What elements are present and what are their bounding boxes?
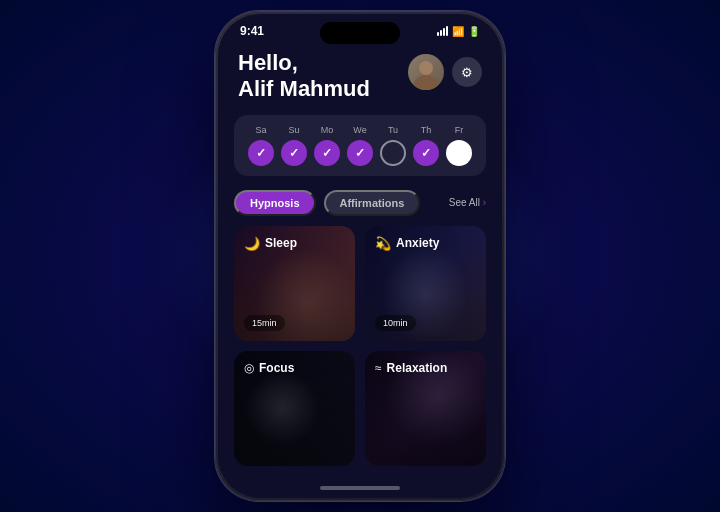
sleep-title: Sleep <box>265 236 297 250</box>
relaxation-icon: ≈ <box>375 361 382 375</box>
focus-icon: ◎ <box>244 361 254 375</box>
wifi-icon: 📶 <box>452 26 464 37</box>
check-icon-we: ✓ <box>355 146 365 160</box>
day-circle-su: ✓ <box>281 140 307 166</box>
relaxation-title: Relaxation <box>387 361 448 375</box>
days-tracker: Sa ✓ Su ✓ Mo ✓ <box>234 115 486 176</box>
card-relaxation[interactable]: ≈ Relaxation <box>365 351 486 466</box>
phone-screen: 9:41 📶 🔋 Hello, Alif Mahmud <box>218 14 502 498</box>
relaxation-title-row: ≈ Relaxation <box>375 361 476 375</box>
anxiety-title-row: 💫 Anxiety <box>375 236 476 251</box>
svg-point-0 <box>419 61 433 75</box>
day-item-tu[interactable]: Tu <box>380 125 406 166</box>
focus-title-row: ◎ Focus <box>244 361 345 375</box>
day-item-su[interactable]: Su ✓ <box>281 125 307 166</box>
day-circle-we: ✓ <box>347 140 373 166</box>
day-circle-fr <box>446 140 472 166</box>
day-label-sa: Sa <box>255 125 266 135</box>
sleep-title-row: 🌙 Sleep <box>244 236 345 251</box>
day-label-th: Th <box>421 125 432 135</box>
signal-icon <box>437 26 448 36</box>
day-label-fr: Fr <box>455 125 464 135</box>
day-circle-tu <box>380 140 406 166</box>
content-grid: 🌙 Sleep 15min 💫 Anxiety <box>218 226 502 466</box>
home-indicator <box>320 486 400 490</box>
status-time: 9:41 <box>240 24 264 38</box>
check-icon-mo: ✓ <box>322 146 332 160</box>
day-label-we: We <box>353 125 366 135</box>
day-circle-th: ✓ <box>413 140 439 166</box>
days-row: Sa ✓ Su ✓ Mo ✓ <box>248 125 472 166</box>
phone-frame: 9:41 📶 🔋 Hello, Alif Mahmud <box>215 11 505 501</box>
header-right: ⚙ <box>408 54 482 90</box>
sleep-duration: 15min <box>244 315 285 331</box>
tab-hypnosis[interactable]: Hypnosis <box>234 190 316 216</box>
check-icon-su: ✓ <box>289 146 299 160</box>
anxiety-icon: 💫 <box>375 236 391 251</box>
card-anxiety[interactable]: 💫 Anxiety 10min <box>365 226 486 341</box>
anxiety-title: Anxiety <box>396 236 439 250</box>
status-bar: 9:41 📶 🔋 <box>218 14 502 42</box>
anxiety-duration: 10min <box>375 315 416 331</box>
day-label-su: Su <box>288 125 299 135</box>
day-label-tu: Tu <box>388 125 398 135</box>
sleep-icon: 🌙 <box>244 236 260 251</box>
card-focus[interactable]: ◎ Focus <box>234 351 355 466</box>
gear-icon: ⚙ <box>461 65 473 80</box>
tab-affirmations[interactable]: Affirmations <box>324 190 421 216</box>
card-sleep[interactable]: 🌙 Sleep 15min <box>234 226 355 341</box>
settings-button[interactable]: ⚙ <box>452 57 482 87</box>
check-icon-sa: ✓ <box>256 146 266 160</box>
day-item-sa[interactable]: Sa ✓ <box>248 125 274 166</box>
svg-point-1 <box>414 75 438 90</box>
day-item-mo[interactable]: Mo ✓ <box>314 125 340 166</box>
see-all-arrow-icon: › <box>483 197 486 208</box>
focus-title: Focus <box>259 361 294 375</box>
sleep-card-content: 🌙 Sleep 15min <box>234 226 355 341</box>
status-icons: 📶 🔋 <box>437 26 480 37</box>
see-all-link[interactable]: See All › <box>449 197 486 208</box>
focus-card-content: ◎ Focus <box>234 351 355 466</box>
header: Hello, Alif Mahmud ⚙ <box>218 42 502 115</box>
anxiety-card-content: 💫 Anxiety 10min <box>365 226 486 341</box>
category-tabs: Hypnosis Affirmations See All › <box>218 190 502 226</box>
day-circle-mo: ✓ <box>314 140 340 166</box>
day-item-th[interactable]: Th ✓ <box>413 125 439 166</box>
avatar[interactable] <box>408 54 444 90</box>
day-item-we[interactable]: We ✓ <box>347 125 373 166</box>
greeting: Hello, Alif Mahmud <box>238 50 370 103</box>
check-icon-th: ✓ <box>421 146 431 160</box>
day-circle-sa: ✓ <box>248 140 274 166</box>
day-item-fr[interactable]: Fr <box>446 125 472 166</box>
day-label-mo: Mo <box>321 125 334 135</box>
greeting-line1: Hello, Alif Mahmud <box>238 50 370 103</box>
battery-icon: 🔋 <box>468 26 480 37</box>
relaxation-card-content: ≈ Relaxation <box>365 351 486 466</box>
